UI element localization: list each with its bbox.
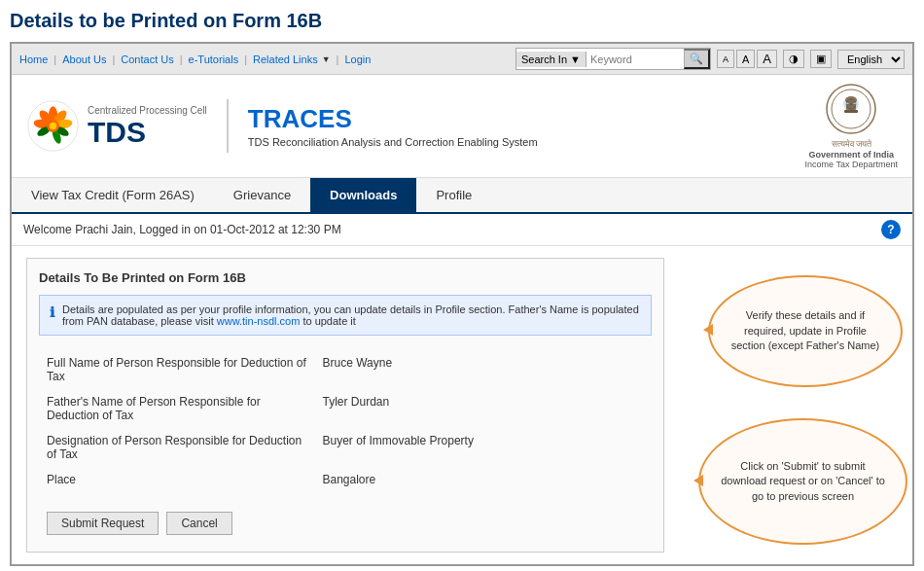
tds-logo-icon (26, 99, 80, 153)
field-label-1: Father's Name of Person Responsible for … (39, 389, 315, 428)
section-title: Details To Be Printed on Form 16B (39, 270, 652, 285)
callout-arrow-2 (693, 475, 703, 486)
field-value-1: Tyler Durdan (315, 389, 653, 428)
welcome-text: Welcome Prachi Jain, Logged in on 01-Oct… (23, 223, 341, 236)
traces-subtitle: TDS Reconciliation Analysis and Correcti… (248, 136, 538, 148)
search-button[interactable]: 🔍 (684, 49, 710, 69)
svg-point-10 (50, 123, 56, 129)
callout-bubble-2: Click on 'Submit' to submit download req… (698, 418, 907, 545)
search-box: Search In ▼ 🔍 (515, 48, 711, 70)
help-icon[interactable]: ? (881, 220, 901, 239)
nav-grievance[interactable]: Grievance (214, 178, 310, 212)
search-in-dropdown[interactable]: Search In ▼ (516, 52, 586, 67)
nav-related[interactable]: Related Links (253, 54, 318, 65)
gov-text: सत्यमेव जयते Government of India Income … (805, 139, 898, 169)
font-small-button[interactable]: A (717, 50, 734, 68)
font-size-controls: A A A (717, 50, 777, 68)
nav-home[interactable]: Home (19, 54, 48, 65)
nav-about[interactable]: About Us (62, 54, 106, 65)
field-value-3: Bangalore (315, 467, 653, 492)
nav-view-tax-credit[interactable]: View Tax Credit (Form 26AS) (12, 178, 214, 212)
traces-branding: TRACES TDS Reconciliation Analysis and C… (248, 104, 538, 148)
nav-profile[interactable]: Profile (416, 178, 491, 212)
callout-arrow-1 (703, 324, 713, 336)
nav-login[interactable]: Login (344, 54, 371, 65)
screen-button[interactable]: ▣ (810, 50, 832, 68)
font-medium-button[interactable]: A (736, 50, 755, 68)
submit-request-button[interactable]: Submit Request (47, 512, 159, 535)
gov-seal-area: सत्यमेव जयते Government of India Income … (805, 83, 898, 169)
gov-seal-icon (825, 83, 878, 136)
field-value-0: Bruce Wayne (315, 350, 653, 389)
main-navigation: View Tax Credit (Form 26AS) Grievance Do… (12, 178, 912, 214)
tds-brand: TDS (88, 116, 207, 148)
table-row: Father's Name of Person Responsible for … (39, 389, 652, 428)
cancel-button[interactable]: Cancel (166, 512, 231, 535)
font-large-button[interactable]: A (757, 50, 777, 68)
table-row: Designation of Person Responsible for De… (39, 428, 652, 467)
table-row: Place Bangalore (39, 467, 652, 492)
callout-bubble-1: Verify these details and if required, up… (708, 275, 903, 387)
nav-downloads[interactable]: Downloads (310, 178, 416, 212)
svg-rect-16 (844, 110, 858, 113)
page-title: Details to be Printed on Form 16B (10, 10, 914, 32)
main-content: Details To Be Printed on Form 16B ℹ Deta… (12, 246, 912, 564)
field-label-2: Designation of Person Responsible for De… (39, 428, 315, 467)
nav-contact[interactable]: Contact Us (121, 54, 173, 65)
contrast-button[interactable]: ◑ (783, 50, 804, 68)
search-input[interactable] (586, 52, 684, 67)
form-fields-table: Full Name of Person Responsible for Dedu… (39, 350, 652, 492)
field-label-3: Place (39, 467, 315, 492)
info-link[interactable]: www.tin-nsdl.com (217, 315, 301, 327)
language-select[interactable]: English (837, 50, 905, 69)
top-navbar: Home | About Us | Contact Us | e-Tutoria… (12, 44, 912, 75)
nav-tutorials[interactable]: e-Tutorials (189, 54, 239, 65)
info-icon: ℹ (50, 304, 54, 320)
header-divider (227, 99, 229, 153)
form-buttons: Submit Request Cancel (39, 507, 652, 540)
tds-label: Centralized Processing Cell (88, 105, 207, 116)
info-box: ℹ Details are populated as per your prof… (39, 295, 652, 336)
logo-area: Centralized Processing Cell TDS (26, 99, 207, 153)
traces-title: TRACES (248, 104, 538, 134)
field-label-0: Full Name of Person Responsible for Dedu… (39, 350, 315, 389)
table-row: Full Name of Person Responsible for Dedu… (39, 350, 652, 389)
welcome-bar: Welcome Prachi Jain, Logged in on 01-Oct… (12, 214, 912, 246)
site-header: Centralized Processing Cell TDS TRACES T… (12, 75, 912, 178)
field-value-2: Buyer of Immovable Property (315, 428, 653, 467)
